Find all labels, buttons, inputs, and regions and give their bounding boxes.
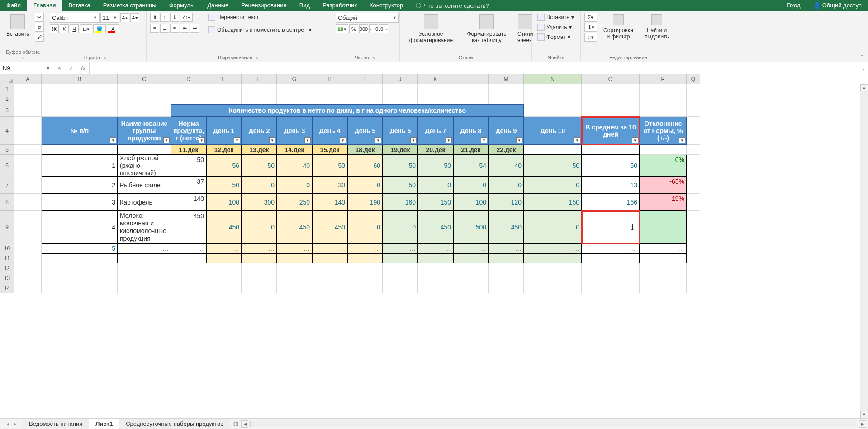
cell-A6[interactable] xyxy=(14,155,42,176)
cell-A12[interactable] xyxy=(14,263,42,273)
cell-G14[interactable] xyxy=(277,283,312,293)
copy-button[interactable]: ⧉ xyxy=(35,23,44,32)
cell-G11[interactable] xyxy=(277,253,312,263)
cell-Q8[interactable] xyxy=(687,194,700,211)
cell-N14[interactable] xyxy=(524,283,582,293)
cell-N2[interactable] xyxy=(524,94,582,104)
insert-cells-button[interactable]: Вставить▾ xyxy=(536,13,577,22)
cell-E11[interactable] xyxy=(206,253,242,263)
cell-E7[interactable]: 50 xyxy=(206,176,242,194)
row-header-4[interactable]: 4 xyxy=(0,117,14,145)
row-header-11[interactable]: 11 xyxy=(0,253,14,263)
cell-D11[interactable] xyxy=(171,253,206,263)
cell-P14[interactable] xyxy=(640,283,687,293)
filter-button-F[interactable]: ▼ xyxy=(269,137,275,143)
cell-L7[interactable]: 0 xyxy=(453,176,489,194)
filter-button-C[interactable]: ▼ xyxy=(163,137,170,143)
tab-nav-first[interactable]: ◂ xyxy=(4,420,11,428)
find-select-button[interactable]: Найти и выделить xyxy=(640,13,674,42)
cell-P12[interactable] xyxy=(640,263,687,273)
row-header-14[interactable]: 14 xyxy=(0,283,14,293)
cell-K5[interactable]: 20.дек xyxy=(418,145,453,155)
cell-M14[interactable] xyxy=(489,283,524,293)
cell-K12[interactable] xyxy=(418,263,453,273)
filter-button-K[interactable]: ▼ xyxy=(446,137,452,143)
underline-button[interactable]: Ч xyxy=(70,24,79,33)
cell-J4[interactable]: День 6▼ xyxy=(383,117,418,145)
hscroll-track[interactable] xyxy=(250,421,857,427)
tab-nav-prev[interactable]: ▸ xyxy=(12,420,19,428)
cell-H12[interactable] xyxy=(312,263,347,273)
cell-H5[interactable]: 15.дек xyxy=(312,145,347,155)
cell-P11[interactable] xyxy=(640,253,687,263)
cell-H1[interactable] xyxy=(312,84,347,94)
cell-B10[interactable]: 5 xyxy=(42,243,118,253)
cell-O3[interactable] xyxy=(582,104,640,117)
increase-decimal-button[interactable]: ←.0 xyxy=(369,24,378,33)
cell-B3[interactable] xyxy=(42,104,118,117)
cell-L4[interactable]: День 8▼ xyxy=(453,117,489,145)
cell-C4[interactable]: Наименование группы продуктов▼ xyxy=(118,117,171,145)
cell-I9[interactable]: 0 xyxy=(347,211,383,243)
format-cells-button[interactable]: Формат▾ xyxy=(536,33,577,42)
cell-M13[interactable] xyxy=(489,273,524,283)
cell-F1[interactable] xyxy=(242,84,277,94)
format-painter-button[interactable]: 🖌 xyxy=(35,33,44,42)
cell-E4[interactable]: День 1▼ xyxy=(206,117,242,145)
cell-G4[interactable]: День 3▼ xyxy=(277,117,312,145)
cell-Q4[interactable] xyxy=(687,117,700,145)
tab-file[interactable]: Файл xyxy=(0,0,27,11)
bold-button[interactable]: Ж xyxy=(50,24,59,33)
align-center-button[interactable]: ≣ xyxy=(160,24,169,33)
cell-G5[interactable]: 14.дек xyxy=(277,145,312,155)
cell-O7[interactable]: 13 xyxy=(582,176,640,194)
collapse-ribbon-button[interactable]: ˄ xyxy=(858,53,866,61)
cell-N3[interactable] xyxy=(524,104,582,117)
cell-F14[interactable] xyxy=(242,283,277,293)
column-header-D[interactable]: D xyxy=(171,74,206,84)
cell-P9[interactable] xyxy=(640,211,687,243)
cell-N4[interactable]: День 10▼ xyxy=(524,117,582,145)
cell-L5[interactable]: 21.дек xyxy=(453,145,489,155)
cell-L12[interactable] xyxy=(453,263,489,273)
cell-B12[interactable] xyxy=(42,263,118,273)
filter-button-D[interactable]: ▼ xyxy=(199,137,205,143)
filter-button-I[interactable]: ▼ xyxy=(375,137,381,143)
cell-I4[interactable]: День 5▼ xyxy=(347,117,383,145)
cell-B2[interactable] xyxy=(42,94,118,104)
font-size-combo[interactable]: 11▼ xyxy=(100,13,119,23)
cell-H11[interactable] xyxy=(312,253,347,263)
cell-L1[interactable] xyxy=(453,84,489,94)
cell-H13[interactable] xyxy=(312,273,347,283)
percent-format-button[interactable]: % xyxy=(349,24,358,33)
cell-A4[interactable] xyxy=(14,117,42,145)
column-header-E[interactable]: E xyxy=(206,74,242,84)
cell-O10[interactable]: … xyxy=(582,243,640,253)
cell-G9[interactable]: 450 xyxy=(277,211,312,243)
cell-L9[interactable]: 500 xyxy=(453,211,489,243)
cell-F9[interactable]: 0 xyxy=(242,211,277,243)
cell-M7[interactable]: 0 xyxy=(489,176,524,194)
cell-I11[interactable] xyxy=(347,253,383,263)
decrease-indent-button[interactable]: ⇤ xyxy=(180,24,189,33)
cell-D14[interactable] xyxy=(171,283,206,293)
cell-G10[interactable]: … xyxy=(277,243,312,253)
cell-N9[interactable]: 0 xyxy=(524,211,582,243)
cell-N13[interactable] xyxy=(524,273,582,283)
cell-H14[interactable] xyxy=(312,283,347,293)
border-button[interactable]: ⊞▾ xyxy=(80,24,92,33)
cell-A5[interactable] xyxy=(14,145,42,155)
column-header-N[interactable]: N xyxy=(524,74,582,84)
cell-D6[interactable]: 50 xyxy=(171,155,206,176)
cell-F10[interactable]: … xyxy=(242,243,277,253)
filter-button-H[interactable]: ▼ xyxy=(340,137,346,143)
cell-P10[interactable]: … xyxy=(640,243,687,253)
row-header-13[interactable]: 13 xyxy=(0,273,14,283)
cell-D13[interactable] xyxy=(171,273,206,283)
cut-button[interactable]: ✂ xyxy=(35,13,44,22)
filter-button-J[interactable]: ▼ xyxy=(410,137,417,143)
align-middle-button[interactable]: ↕ xyxy=(160,13,169,22)
increase-indent-button[interactable]: ⇥ xyxy=(190,24,199,33)
cell-K14[interactable] xyxy=(418,283,453,293)
cell-B7[interactable]: 2 xyxy=(42,176,118,194)
